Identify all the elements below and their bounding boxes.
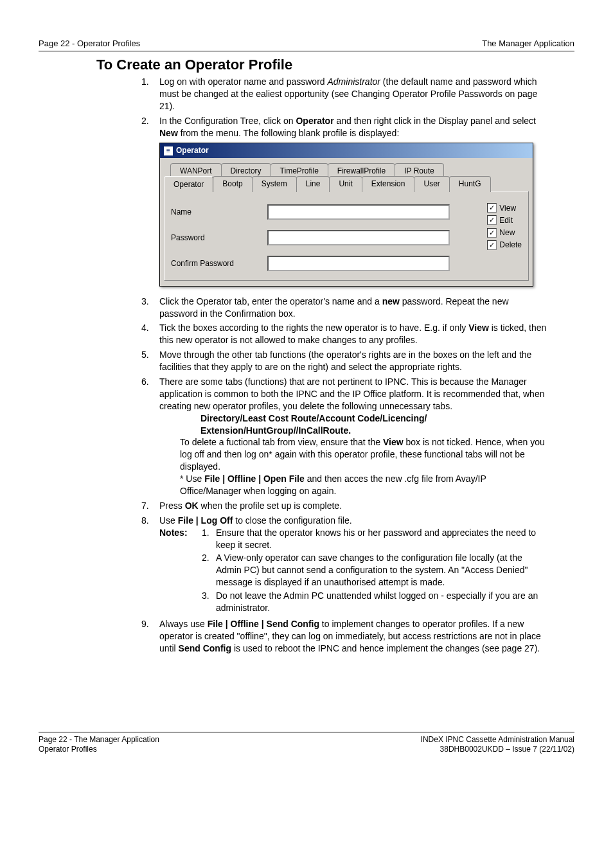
note-text: Do not leave the Admin PC unattended whi… (216, 590, 549, 614)
step-6: 6. There are some tabs (functions) that … (141, 376, 549, 497)
tab-row-front: Operator Bootp System Line Unit Extensio… (164, 176, 529, 192)
dialog-icon: ≡ (164, 146, 173, 155)
text-bold: File | Offline | Open File (204, 474, 305, 484)
text: Move through the other tab functions (th… (159, 349, 549, 373)
step-number: 9. (141, 618, 159, 655)
step-7: 7. Press OK when the profile set up is c… (141, 500, 549, 512)
footer-right-1: INDeX IPNC Cassette Administration Manua… (421, 735, 574, 745)
checkbox-delete[interactable]: ✓ (487, 240, 497, 250)
step-4: 4. Tick the boxes according to the right… (141, 322, 549, 346)
dialog-titlebar: ≡ Operator (160, 143, 533, 157)
label-confirm-password: Confirm Password (171, 258, 267, 269)
step-number: 7. (141, 500, 159, 512)
text-bold: Directory/Least Cost Route/Account Code/… (200, 412, 549, 425)
checkbox-view[interactable]: ✓ (487, 203, 497, 213)
note-number: 2. (202, 552, 216, 589)
text-bold: View (468, 323, 489, 333)
text: To delete a fuctional tab from view, ens… (180, 437, 383, 447)
step-number: 1. (141, 76, 159, 112)
step-number: 8. (141, 515, 159, 616)
footer-right-2: 38DHB0002UKDD – Issue 7 (22/11/02) (421, 745, 574, 755)
step-5: 5. Move through the other tab functions … (141, 349, 549, 373)
text-bold: OK (185, 500, 199, 511)
step-number: 2. (141, 115, 159, 293)
tab-user[interactable]: User (414, 176, 449, 192)
step-3: 3. Click the Operator tab, enter the ope… (141, 296, 549, 320)
tab-unit[interactable]: Unit (329, 176, 362, 192)
text: Always use (159, 619, 208, 629)
input-confirm-password[interactable] (267, 256, 450, 271)
step-8: 8. Use File | Log Off to close the confi… (141, 515, 549, 616)
text-bold: new (382, 296, 400, 306)
text: There are some tabs (functions) that are… (159, 376, 549, 412)
input-password[interactable] (267, 230, 450, 245)
text: * Use (180, 474, 204, 484)
text: and then right click in the Display pane… (334, 116, 536, 126)
step-2: 2. In the Configuration Tree, click on O… (141, 115, 549, 293)
footer-left-2: Operator Profiles (39, 745, 159, 755)
checkbox-label-delete: Delete (499, 240, 522, 250)
text-bold: File | Offline | Send Config (208, 619, 319, 629)
step-number: 5. (141, 349, 159, 373)
input-name[interactable] (267, 204, 450, 220)
step-number: 6. (141, 376, 159, 497)
checkbox-label-new: New (499, 227, 515, 238)
text-bold: View (383, 437, 404, 447)
step-9: 9. Always use File | Offline | Send Conf… (141, 618, 549, 655)
tab-line[interactable]: Line (296, 176, 330, 192)
checkbox-label-edit: Edit (499, 215, 513, 226)
page-footer: Page 22 - The Manager Application Operat… (39, 732, 574, 755)
tab-operator[interactable]: Operator (164, 176, 213, 192)
text: Press (159, 500, 185, 511)
header-left: Page 22 - Operator Profiles (39, 39, 140, 48)
checkbox-label-view: View (499, 203, 516, 213)
text-bold: New (159, 128, 178, 138)
tab-bootp[interactable]: Bootp (213, 176, 252, 192)
operator-dialog-screenshot: ≡ Operator WANPort Directory TimeProfile… (159, 143, 533, 286)
text: is used to reboot the IPNC and hence imp… (231, 643, 540, 653)
text: from the menu. The following blank profi… (178, 128, 399, 138)
checkbox-new[interactable]: ✓ (487, 228, 497, 238)
tab-system[interactable]: System (252, 176, 297, 192)
notes-label: Notes: (159, 527, 202, 551)
text-bold: Send Config (179, 643, 231, 653)
step-number: 4. (141, 322, 159, 346)
text: Tick the boxes according to the rights t… (159, 323, 468, 333)
text: Use (159, 515, 178, 526)
header-right: The Manager Application (482, 39, 574, 48)
tab-extension[interactable]: Extension (362, 176, 415, 192)
step-number: 3. (141, 296, 159, 320)
note-number: 3. (202, 590, 216, 614)
text-italic: Administrator (328, 76, 380, 87)
note-text: A View-only operator can save changes to… (216, 552, 549, 589)
tab-panel-operator: Name Password Confirm Password (164, 191, 529, 281)
checkbox-edit[interactable]: ✓ (487, 215, 497, 225)
page-header: Page 22 - Operator Profiles The Manager … (39, 39, 574, 51)
text: to close the configuration file. (233, 515, 351, 526)
note-text: Ensure that the operator knows his or he… (216, 527, 549, 551)
note-number: 1. (202, 527, 216, 551)
label-password: Password (171, 233, 267, 243)
tab-huntg[interactable]: HuntG (449, 176, 491, 192)
text-bold: Operator (296, 116, 333, 126)
section-heading: To Create an Operator Profile (96, 57, 574, 73)
dialog-title: Operator (176, 145, 209, 155)
text: Click the Operator tab, enter the operat… (159, 296, 382, 306)
text: In the Configuration Tree, click on (159, 116, 296, 126)
footer-left-1: Page 22 - The Manager Application (39, 735, 159, 745)
text-bold: Extension/HuntGroup//InCallRoute. (200, 425, 549, 437)
step-1: 1. Log on with operator name and passwor… (141, 76, 549, 112)
text-bold: File | Log Off (178, 515, 233, 526)
text: Log on with operator name and password (159, 76, 328, 87)
label-name: Name (171, 207, 267, 217)
text: when the profile set up is complete. (199, 500, 342, 511)
